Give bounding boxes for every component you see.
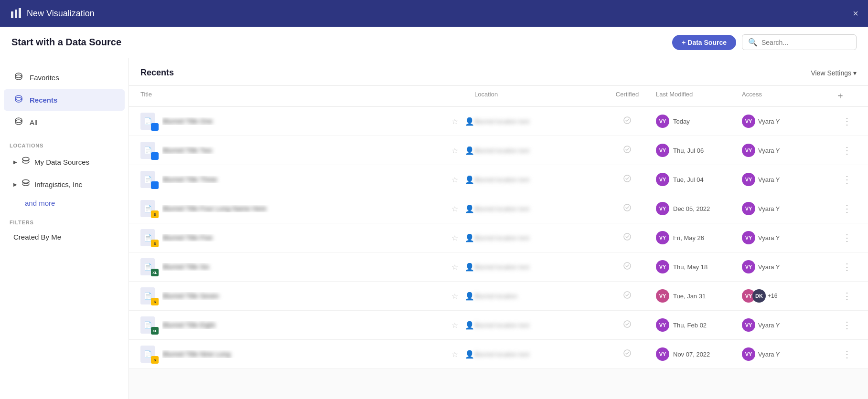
sidebar-item-my-data-sources[interactable]: ▶ My Data Sources [4,151,125,173]
svg-rect-2 [19,8,21,18]
view-settings-button[interactable]: View Settings ▾ [811,69,857,77]
more-options-button[interactable]: ⋮ [837,261,857,273]
person-icon: 👤 [465,204,474,213]
add-column-button[interactable]: + [837,91,857,102]
row-title-name: Blurred Title Seven [162,292,443,300]
table-row[interactable]: 📄 S Blurred Title Five ☆ 👤 Blurred locat… [129,223,868,252]
certified-cell [599,349,656,360]
person-icon: 👤 [465,175,474,184]
and-more-link[interactable]: and more [0,196,129,210]
modified-cell: VY Tue, Jan 31 [656,289,742,303]
svg-rect-0 [11,11,13,18]
table-row[interactable]: 📄 S Blurred Title Nine Long ☆ 👤 Blurred … [129,340,868,369]
my-data-sources-label: My Data Sources [34,158,89,166]
file-badge: f [151,152,159,160]
table-row[interactable]: 📄 S Blurred Title Four Long Name Here ☆ … [129,194,868,223]
modified-cell: VY Thu, May 18 [656,260,742,273]
table-row[interactable]: 📄 XL Blurred Title Eight ☆ 👤 Blurred loc… [129,311,868,340]
modified-date: Thu, Feb 02 [673,322,707,329]
sidebar-item-infragistics[interactable]: ▶ Infragistics, Inc [4,174,125,195]
modified-cell: VY Tue, Jul 04 [656,173,742,186]
modified-date: Today [673,118,690,125]
more-options-button[interactable]: ⋮ [837,174,857,185]
table-row[interactable]: 📄 f Blurred Title Three ☆ 👤 Blurred loca… [129,165,868,194]
avatar: VY [742,115,755,128]
star-icon[interactable]: ☆ [451,350,458,359]
person-icon: 👤 [465,117,474,126]
certified-cell [599,320,656,331]
app-logo: New Visualization [10,7,95,20]
table-row[interactable]: 📄 XL Blurred Title Six ☆ 👤 Blurred locat… [129,252,868,282]
close-button[interactable]: × [853,8,858,19]
sidebar-item-recents-label: Recents [30,96,57,104]
row-title-cell: 📄 f Blurred Title One ☆ 👤 [140,113,474,130]
star-icon[interactable]: ☆ [451,233,458,242]
star-icon[interactable]: ☆ [451,292,458,301]
star-icon[interactable]: ☆ [451,175,458,184]
certified-cell [599,262,656,273]
modified-avatar: VY [656,173,669,186]
access-cell: VY Vyara Y [742,347,837,361]
certified-icon [623,116,632,127]
access-name: Vyara Y [758,263,780,271]
file-badge: f [151,123,159,131]
recents-header: Recents View Settings ▾ [129,58,868,86]
row-title-cell: 📄 f Blurred Title Two ☆ 👤 [140,142,474,159]
modified-date: Tue, Jul 04 [673,176,704,183]
row-title-text: Blurred Title One [162,117,443,125]
row-title-text: Blurred Title Three [162,176,443,183]
modified-avatar: VY [656,144,669,157]
sidebar-item-all-label: All [30,118,38,126]
expand-arrow-infragistics: ▶ [13,182,17,187]
file-icon: 📄 f [140,113,158,130]
sidebar-item-recents[interactable]: Recents [4,89,125,111]
person-icon: 👤 [465,262,474,272]
more-options-button[interactable]: ⋮ [837,232,857,243]
row-title-cell: 📄 XL Blurred Title Six ☆ 👤 [140,258,474,275]
search-container[interactable]: 🔍 [742,34,857,50]
star-icon[interactable]: ☆ [451,146,458,155]
row-title-cell: 📄 S Blurred Title Nine Long ☆ 👤 [140,346,474,363]
more-options-button[interactable]: ⋮ [837,145,857,156]
certified-icon [623,262,632,273]
star-icon[interactable]: ☆ [451,204,458,213]
file-icon: 📄 XL [140,258,158,275]
more-options-button[interactable]: ⋮ [837,290,857,302]
row-title-name: Blurred Title Two [162,147,443,154]
star-icon[interactable]: ☆ [451,117,458,126]
row-title-text: Blurred Title Eight [162,321,443,329]
table-row[interactable]: 📄 S Blurred Title Seven ☆ 👤 Blurred loca… [129,282,868,311]
filters-section-label: FILTERS [0,214,129,227]
star-icon[interactable]: ☆ [451,262,458,272]
search-input[interactable] [761,39,850,46]
row-title-cell: 📄 XL Blurred Title Eight ☆ 👤 [140,316,474,334]
certified-icon [623,145,632,156]
more-options-button[interactable]: ⋮ [837,348,857,360]
avatar: VY [742,347,755,361]
filter-created-by-me[interactable]: Created By Me [4,228,125,246]
table-header: Title Location Certified Last Modified A… [129,86,868,107]
location-cell: Blurred location text [474,322,599,329]
more-options-button[interactable]: ⋮ [837,116,857,127]
more-options-button[interactable]: ⋮ [837,203,857,214]
row-title-cell: 📄 f Blurred Title Three ☆ 👤 [140,171,474,188]
sidebar-item-all[interactable]: All [4,112,125,133]
modified-avatar: VY [656,289,669,303]
modified-avatar: VY [656,202,669,215]
topbar-left: New Visualization [10,7,95,20]
sidebar-item-favorites[interactable]: Favorites [4,67,125,88]
table-row[interactable]: 📄 f Blurred Title Two ☆ 👤 Blurred locati… [129,136,868,165]
my-data-sources-icon [21,156,31,168]
table-row[interactable]: 📄 f Blurred Title One ☆ 👤 Blurred locati… [129,107,868,136]
row-title-cell: 📄 S Blurred Title Four Long Name Here ☆ … [140,200,474,217]
file-badge: S [151,298,159,305]
more-options-button[interactable]: ⋮ [837,319,857,331]
access-cell: VY DK +16 [742,289,837,303]
row-title-text: Blurred Title Four Long Name Here [162,205,443,212]
avatar: VY [742,202,755,215]
modified-date: Nov 07, 2022 [673,351,710,358]
access-name: Vyara Y [758,147,780,154]
add-datasource-button[interactable]: + Data Source [672,35,736,50]
star-icon[interactable]: ☆ [451,321,458,330]
sidebar: Favorites Recents [0,58,129,399]
